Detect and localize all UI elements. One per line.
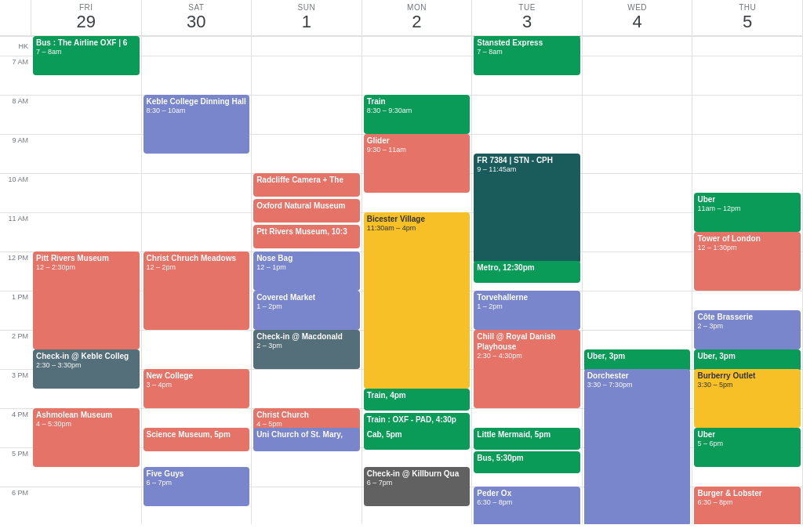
- time-3pm: 3 PM: [0, 369, 31, 408]
- day-name-sun: SUN: [252, 3, 362, 12]
- calendar-container: FRI 29 SAT 30 SUN 1 MON 2 TUE 3 WED 4 TH…: [0, 0, 803, 532]
- day-num-thu: 5: [692, 12, 802, 32]
- day-name-wed: WED: [583, 3, 692, 12]
- header-thu: THU 5: [692, 0, 803, 35]
- time-7am: 7 AM: [0, 56, 31, 95]
- day-name-fri: FRI: [31, 3, 141, 12]
- header-fri: FRI 29: [31, 0, 142, 35]
- time-9am: 9 AM: [0, 134, 31, 173]
- time-5pm: 5 PM: [0, 447, 31, 487]
- event-burger-lobster[interactable]: Burger & Lobster 6:30 – 8pm: [694, 487, 801, 524]
- day-col-wed: Uber, 3pm Dorchester 3:30 – 7:30pm: [583, 36, 693, 524]
- event-stansted-express[interactable]: Stansted Express 7 – 8am: [474, 36, 580, 75]
- calendar-body: HK 7 AM 8 AM 9 AM 10 AM 11 AM 12 PM 1 PM…: [0, 36, 803, 524]
- event-uni-church[interactable]: Uni Church of St. Mary,: [253, 428, 360, 451]
- event-checkin-keble[interactable]: Check-in @ Keble Colleg 2:30 – 3:30pm: [33, 349, 140, 389]
- day-col-thu: Uber 11am – 12pm Tower of London 12 – 1:…: [692, 36, 803, 524]
- event-christ-church-meadows[interactable]: Christ Chruch Meadows 12 – 2pm: [144, 252, 250, 330]
- event-new-college[interactable]: New College 3 – 4pm: [144, 369, 250, 408]
- event-pitt-rivers-fri[interactable]: Pitt Rivers Museum 12 – 2:30pm: [33, 252, 140, 349]
- event-checkin-killburn[interactable]: Check-in @ Killburn Qua 6 – 7pm: [364, 467, 471, 506]
- header-sat: SAT 30: [142, 0, 253, 35]
- event-glider[interactable]: Glider 9:30 – 11am: [364, 134, 471, 193]
- event-bicester-village[interactable]: Bicester Village 11:30am – 4pm: [364, 212, 471, 389]
- event-keble-dining[interactable]: Keble College Dinning Hall 8:30 – 10am: [144, 95, 250, 154]
- event-burberry-outlet[interactable]: Burberry Outlet 3:30 – 5pm: [694, 369, 801, 428]
- event-oxford-natural-museum[interactable]: Oxford Natural Museum: [253, 199, 360, 223]
- days-grid: .days-grid::before { content: ''; positi…: [31, 36, 803, 524]
- event-uber-11am[interactable]: Uber 11am – 12pm: [694, 193, 801, 232]
- time-hk: HK: [0, 36, 31, 56]
- event-ptt-rivers[interactable]: Ptt Rivers Museum, 10:3: [253, 225, 360, 248]
- day-num-tue: 3: [472, 12, 582, 32]
- event-radcliffe-camera[interactable]: Radcliffe Camera + The: [253, 173, 360, 197]
- event-cab-5pm[interactable]: Cab, 5pm: [364, 428, 471, 450]
- time-4pm: 4 PM: [0, 408, 31, 447]
- event-bus-530[interactable]: Bus, 5:30pm: [474, 451, 580, 473]
- time-2pm: 2 PM: [0, 330, 31, 369]
- time-column: HK 7 AM 8 AM 9 AM 10 AM 11 AM 12 PM 1 PM…: [0, 36, 31, 524]
- event-train-mon[interactable]: Train 8:30 – 9:30am: [364, 95, 471, 134]
- event-checkin-macdonald[interactable]: Check-in @ Macdonald 2 – 3pm: [253, 330, 360, 369]
- event-chill-royal-danish[interactable]: Chill @ Royal Danish Playhouse 2:30 – 4:…: [474, 330, 580, 408]
- day-col-sun: Radcliffe Camera + The Oxford Natural Mu…: [252, 36, 362, 524]
- event-fr7384[interactable]: FR 7384 | STN - CPH 9 – 11:45am: [474, 154, 580, 263]
- day-name-thu: THU: [692, 3, 802, 12]
- day-col-tue: Uber, 6:30am Stansted Express 7 – 8am FR…: [472, 36, 583, 524]
- header-sun: SUN 1: [252, 0, 362, 35]
- day-num-mon: 2: [362, 12, 472, 32]
- event-uber-5pm[interactable]: Uber 5 – 6pm: [694, 428, 801, 467]
- event-uber-3pm-thu[interactable]: Uber, 3pm: [694, 349, 801, 371]
- header-wed: WED 4: [583, 0, 693, 35]
- header-corner: [0, 0, 31, 35]
- event-bus-airline[interactable]: Bus : The Airline OXF | 6 7 – 8am: [33, 36, 140, 75]
- event-ashmolean[interactable]: Ashmolean Museum 4 – 5:30pm: [33, 408, 140, 467]
- event-five-guys[interactable]: Five Guys 6 – 7pm: [144, 467, 250, 506]
- day-num-sun: 1: [252, 12, 362, 32]
- event-nose-bag[interactable]: Nose Bag 12 – 1pm: [253, 252, 360, 291]
- day-num-wed: 4: [583, 12, 692, 32]
- calendar-header: FRI 29 SAT 30 SUN 1 MON 2 TUE 3 WED 4 TH…: [0, 0, 803, 36]
- event-uber-3pm-wed[interactable]: Uber, 3pm: [584, 349, 691, 371]
- event-metro[interactable]: Metro, 12:30pm: [474, 261, 580, 283]
- event-peder-ox[interactable]: Peder Ox 6:30 – 8pm: [474, 487, 580, 524]
- header-mon: MON 2: [362, 0, 473, 35]
- day-name-sat: SAT: [142, 3, 252, 12]
- day-name-mon: MON: [362, 3, 472, 12]
- event-torvehallerne[interactable]: Torvehallerne 1 – 2pm: [474, 291, 580, 330]
- time-11am: 11 AM: [0, 212, 31, 252]
- day-num-fri: 29: [31, 12, 141, 32]
- day-num-sat: 30: [142, 12, 252, 32]
- time-10am: 10 AM: [0, 173, 31, 212]
- event-cote-brasserie[interactable]: Côte Brasserie 2 – 3pm: [694, 310, 801, 349]
- time-1pm: 1 PM: [0, 291, 31, 330]
- event-dorchester[interactable]: Dorchester 3:30 – 7:30pm: [584, 369, 691, 524]
- event-train-4pm[interactable]: Train, 4pm: [364, 389, 471, 411]
- time-8am: 8 AM: [0, 95, 31, 134]
- event-little-mermaid[interactable]: Little Mermaid, 5pm: [474, 428, 580, 450]
- event-tower-london[interactable]: Tower of London 12 – 1:30pm: [694, 232, 801, 291]
- header-tue: TUE 3: [472, 0, 583, 35]
- event-covered-market[interactable]: Covered Market 1 – 2pm: [253, 291, 360, 330]
- event-science-museum[interactable]: Science Museum, 5pm: [144, 428, 250, 451]
- day-name-tue: TUE: [472, 3, 582, 12]
- time-6pm: 6 PM: [0, 487, 31, 524]
- day-col-mon: Train 8:30 – 9:30am Glider 9:30 – 11am B…: [362, 36, 473, 524]
- day-col-sat: Keble College Dinning Hall 8:30 – 10am C…: [142, 36, 253, 524]
- day-col-fri: Bus : The Airline OXF | 6 7 – 8am Pitt R…: [31, 36, 142, 524]
- time-12pm: 12 PM: [0, 252, 31, 291]
